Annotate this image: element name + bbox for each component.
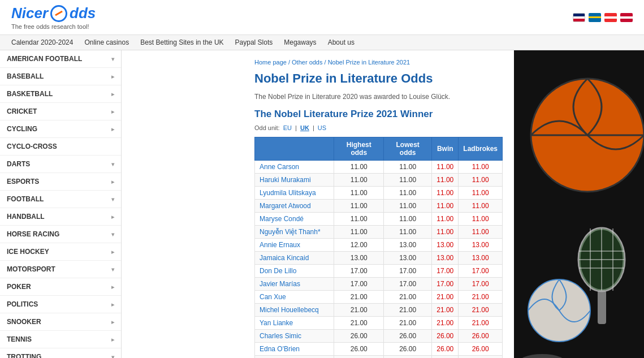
contestant-link[interactable]: Charles Simic [260,332,301,340]
right-sports-bg [514,50,644,358]
bwin-link[interactable]: 21.00 [436,293,453,301]
ladbrokes-link[interactable]: 13.00 [472,254,489,262]
bwin-link[interactable]: 11.00 [436,228,453,236]
contestant-link[interactable]: Annie Ernaux [260,241,300,249]
ladbrokes-link[interactable]: 11.00 [472,215,489,223]
sidebar-item-cycling[interactable]: CYCLING ▸ [0,120,121,138]
sidebar-item-darts[interactable]: DARTS ▾ [0,156,121,173]
flag-uk[interactable] [573,13,585,22]
ladbrokes-link[interactable]: 11.00 [472,228,489,236]
contestant-link[interactable]: Anne Carson [260,163,299,171]
bwin-link[interactable]: 11.00 [436,176,453,184]
nav-megaways[interactable]: Megaways [284,38,316,46]
sidebar-item-football[interactable]: FOOTBALL ▾ [0,191,121,208]
cell-lowest: 11.00 [384,200,432,213]
ladbrokes-link[interactable]: 17.00 [472,280,489,288]
sidebar-label: HANDBALL [7,213,45,221]
ladbrokes-link[interactable]: 21.00 [472,306,489,314]
cell-lowest: 13.00 [384,239,432,252]
nav-betting-sites[interactable]: Best Betting Sites in the UK [140,38,223,46]
sidebar-item-snooker[interactable]: SNOOKER ▸ [0,313,121,331]
ladbrokes-link[interactable]: 17.00 [472,267,489,275]
bwin-link[interactable]: 26.00 [436,332,453,340]
cell-highest: 17.00 [334,265,384,278]
chevron-down-icon: ▾ [111,196,114,202]
cell-highest: 12.00 [334,239,384,252]
ladbrokes-link[interactable]: 26.00 [472,332,489,340]
sidebar-item-trotting[interactable]: TROTTING ▾ [0,348,121,358]
sidebar-label: HORSE RACING [7,230,59,238]
sidebar-item-horse-racing[interactable]: HORSE RACING ▾ [0,226,121,243]
cell-name: Charles Simic [255,330,334,343]
sidebar-item-basketball[interactable]: BASKETBALL ▸ [0,85,121,103]
bwin-link[interactable]: 26.00 [436,345,453,353]
th-ladbrokes: Ladbrokes [459,137,503,161]
contestant-link[interactable]: Nguyễn Việt Thanh* [260,228,321,236]
bwin-link[interactable]: 11.00 [436,215,453,223]
odd-unit-uk[interactable]: UK [300,124,309,131]
sidebar-label: POLITICS [7,300,38,308]
nav-paypal[interactable]: Paypal Slots [235,38,273,46]
contestant-link[interactable]: Yan Lianke [260,319,293,327]
logo-box: Nicer dds [11,5,96,22]
bwin-link[interactable]: 11.00 [436,202,453,210]
bwin-link[interactable]: 11.00 [436,163,453,171]
bwin-link[interactable]: 21.00 [436,319,453,327]
nav-about[interactable]: About us [328,38,355,46]
bwin-link[interactable]: 13.00 [436,254,453,262]
odd-unit-us[interactable]: US [318,124,326,131]
cell-name: Anne Carson [255,161,334,174]
cell-highest: 17.00 [334,278,384,291]
sidebar-item-baseball[interactable]: BASEBALL ▸ [0,68,121,85]
sidebar-item-american-football[interactable]: AMERICAN FOOTBALL ▾ [0,50,121,68]
sidebar-item-ice-hockey[interactable]: ICE HOCKEY ▸ [0,243,121,261]
sidebar-label: CYCLING [7,125,37,133]
contestant-link[interactable]: Haruki Murakami [260,176,311,184]
flag-denmark[interactable] [620,13,633,22]
ladbrokes-link[interactable]: 13.00 [472,241,489,249]
contestant-link[interactable]: Margaret Atwood [260,202,311,210]
sidebar-item-politics[interactable]: POLITICS ▸ [0,296,121,313]
th-highest: Highest odds [334,137,384,161]
ladbrokes-link[interactable]: 11.00 [472,202,489,210]
bwin-link[interactable]: 13.00 [436,241,453,249]
chevron-right-icon: ▸ [111,319,114,325]
contestant-link[interactable]: Jamaica Kincaid [260,254,309,262]
ladbrokes-link[interactable]: 11.00 [472,189,489,197]
breadcrumb-other-odds[interactable]: Other odds [292,59,322,66]
flag-sweden[interactable] [589,13,601,22]
sidebar-item-cyclo-cross[interactable]: CYCLO-CROSS [0,138,121,156]
odds-table: Highest odds Lowest odds Bwin Ladbrokes … [254,137,503,358]
ladbrokes-link[interactable]: 21.00 [472,293,489,301]
cell-name: Don De Lillo [255,265,334,278]
contestant-link[interactable]: Maryse Condé [260,215,304,223]
ladbrokes-link[interactable]: 11.00 [472,163,489,171]
contestant-link[interactable]: Lyudmila Ulitskaya [260,189,316,197]
nav-calendar[interactable]: Calendar 2020-2024 [11,38,73,46]
ladbrokes-link[interactable]: 26.00 [472,345,489,353]
ladbrokes-link[interactable]: 21.00 [472,319,489,327]
sidebar-item-esports[interactable]: ESPORTS ▸ [0,173,121,191]
bwin-link[interactable]: 21.00 [436,306,453,314]
sidebar-item-motorsport[interactable]: MOTORSPORT ▾ [0,261,121,278]
bwin-link[interactable]: 17.00 [436,280,453,288]
ladbrokes-link[interactable]: 11.00 [472,176,489,184]
breadcrumb-home[interactable]: Home page [254,59,287,66]
bwin-link[interactable]: 11.00 [436,189,453,197]
sidebar-item-tennis[interactable]: TENNIS ▸ [0,331,121,348]
sidebar-item-cricket[interactable]: CRICKET ▸ [0,103,121,120]
nav-casinos[interactable]: Online casinos [84,38,129,46]
contestant-link[interactable]: Michel Houellebecq [260,306,319,314]
sidebar-item-poker[interactable]: POKER ▸ [0,278,121,296]
bwin-link[interactable]: 17.00 [436,267,453,275]
sidebar-item-handball[interactable]: HANDBALL ▸ [0,208,121,226]
th-bwin: Bwin [432,137,459,161]
tagline: The free odds research tool! [11,23,96,30]
contestant-link[interactable]: Edna O'Brien [260,345,300,353]
table-row: Charles Simic 26.00 26.00 26.00 26.00 [255,330,503,343]
contestant-link[interactable]: Can Xue [260,293,286,301]
contestant-link[interactable]: Don De Lillo [260,267,296,275]
flag-norway[interactable] [604,13,617,22]
contestant-link[interactable]: Javier Marías [260,280,300,288]
odd-unit-eu[interactable]: EU [283,124,292,131]
